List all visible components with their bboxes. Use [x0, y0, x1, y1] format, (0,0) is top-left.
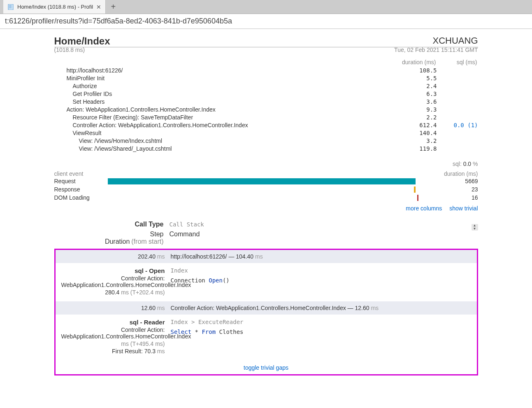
toggle-trivial-gaps-link[interactable]: toggle trivial gaps [244, 364, 288, 371]
row-duration: 108.5 [396, 67, 437, 74]
query-command: Connection Open() [171, 277, 471, 284]
row-label: View: /Views/Shared/_Layout.cshtml [54, 145, 396, 152]
query-stack: Index > ExecuteReader [171, 319, 471, 325]
row-label: Get Profiler IDs [54, 91, 396, 97]
timing-header: client event duration (ms) [54, 170, 478, 177]
query-time: ms (T+495.4 ms) [61, 340, 165, 347]
sql-summary: sql: 0.0 % [54, 161, 478, 167]
gap-row: 12.60 ms Controller Action: WebApplicati… [56, 301, 477, 315]
total-duration: (1018.8 ms) [54, 47, 85, 53]
step-label: Step [150, 231, 164, 238]
more-columns-link[interactable]: more columns [406, 205, 442, 212]
row-duration: 3.6 [396, 98, 437, 105]
timing-label: Request [54, 178, 108, 184]
row-label: Set Headers [54, 98, 396, 105]
query-type: sql - Reader [61, 319, 165, 326]
timing-rows: Request5669Response23DOM Loading16 [54, 177, 478, 202]
column-sql: sql (ms) [436, 59, 477, 65]
timing-row: DOM Loading16 [54, 194, 478, 202]
toggle-trivial-gaps: toggle trivial gaps [56, 364, 477, 371]
row-duration: 140.4 [396, 130, 437, 136]
duration-label: Duration [105, 238, 130, 245]
columns-header: duration (ms) sql (ms) [54, 59, 478, 65]
row-label: View: /Views/Home/Index.cshtml [54, 138, 396, 144]
row-sql[interactable]: 0.0 (1) [437, 122, 478, 128]
timestamp: Tue, 02 Feb 2021 15:11:41 GMT [394, 47, 478, 53]
from-start-label: (from start) [131, 238, 163, 245]
query-list-highlight: 202.40 ms http://localhost:61226/ — 104.… [54, 249, 478, 375]
profiler-row[interactable]: Resource Filter (Execing): SaveTempDataF… [54, 114, 478, 122]
show-trivial-link[interactable]: show trivial [449, 205, 478, 212]
browser-tab[interactable]: Home/Index (1018.8 ms) - Profil ✕ [3, 0, 106, 14]
command-label: Command [170, 231, 466, 238]
close-icon[interactable]: ✕ [96, 4, 101, 10]
timing-row: Response23 [54, 185, 478, 194]
profiler-row[interactable]: Set Headers3.6 [54, 98, 478, 106]
sort-stepper[interactable]: ▲▼ [472, 224, 478, 231]
row-label: http://localhost:61226/ [54, 67, 396, 74]
row-duration: 119.8 [396, 145, 437, 152]
timing-bar [108, 178, 416, 184]
page-title: Home/Index [54, 35, 110, 47]
gap-row: 202.40 ms http://localhost:61226/ — 104.… [56, 250, 477, 263]
row-label: Resource Filter (Execing): SaveTempDataF… [54, 114, 396, 121]
query-type: sql - Open [61, 267, 165, 274]
timing-label: DOM Loading [54, 194, 108, 201]
call-headers: Call Type Call Stack ▲▼ Step Command Dur… [54, 221, 478, 245]
client-event-header: client event [54, 170, 108, 177]
row-duration: 2.4 [396, 83, 437, 89]
call-type-label: Call Type [135, 221, 164, 228]
profiler-rows: http://localhost:61226/108.5MiniProfiler… [54, 67, 478, 153]
row-duration: 9.3 [396, 106, 437, 113]
timing-label: Response [54, 186, 108, 193]
profiler-row[interactable]: Controller Action: WebApplication1.Contr… [54, 122, 478, 130]
page-icon [7, 4, 14, 10]
query-stack: Index [171, 267, 471, 274]
query-first-result: First Result: 70.3 ms [61, 348, 165, 354]
profiler-row[interactable]: Get Profiler IDs6.3 [54, 91, 478, 98]
row-label: Action: WebApplication1.Controllers.Home… [54, 106, 396, 113]
toggle-links: more columns show trivial [54, 205, 478, 212]
svg-rect-0 [8, 4, 13, 10]
profiler-row[interactable]: View: /Views/Shared/_Layout.cshtml119.8 [54, 145, 478, 153]
tab-title: Home/Index (1018.8 ms) - Profil [17, 4, 93, 10]
timing-bar [417, 195, 418, 201]
query-block: sql - Open Controller Action: WebApplica… [56, 263, 477, 301]
profiler-row[interactable]: Authorize2.4 [54, 83, 478, 91]
row-duration: 2.2 [396, 114, 437, 121]
profiler-row[interactable]: MiniProfiler Init5.5 [54, 75, 478, 83]
column-duration: duration (ms) [395, 59, 436, 65]
call-stack-label: Call Stack [170, 221, 466, 228]
query-command: Select * From Clothes [171, 329, 471, 335]
row-duration: 6.3 [396, 91, 437, 97]
browser-tab-bar: Home/Index (1018.8 ms) - Profil ✕ + [0, 0, 532, 14]
row-duration: 612.4 [396, 122, 437, 128]
timing-value: 5669 [429, 178, 478, 184]
profiler-row[interactable]: http://localhost:61226/108.5 [54, 67, 478, 75]
timing-row: Request5669 [54, 177, 478, 185]
row-label: ViewResult [54, 130, 396, 136]
query-step: Controller Action: WebApplication1.Contr… [61, 326, 165, 340]
url-bar[interactable]: t:61226/profiler/results?id=75df6a5a-8ed… [0, 14, 532, 29]
profiler-row[interactable]: View: /Views/Home/Index.cshtml3.2 [54, 138, 478, 145]
profiler-row[interactable]: ViewResult140.4 [54, 130, 478, 138]
profiler-row[interactable]: Action: WebApplication1.Controllers.Home… [54, 106, 478, 114]
url-text: t:61226/profiler/results?id=75df6a5a-8ed… [5, 17, 232, 26]
row-label: MiniProfiler Init [54, 75, 396, 82]
row-duration: 5.5 [396, 75, 437, 82]
query-step: Controller Action: WebApplication1.Contr… [61, 275, 165, 288]
row-label: Authorize [54, 83, 396, 89]
timing-bar [414, 187, 416, 193]
timing-value: 23 [429, 186, 478, 193]
query-time: 280.4 ms (T+202.4 ms) [61, 289, 165, 296]
timing-value: 16 [429, 194, 478, 201]
query-block: sql - Reader Controller Action: WebAppli… [56, 315, 477, 360]
client-duration-header: duration (ms) [429, 170, 478, 177]
new-tab-button[interactable]: + [106, 0, 121, 14]
user-label: XCHUANG [432, 35, 478, 46]
header-row: Home/Index XCHUANG [54, 35, 478, 47]
row-label: Controller Action: WebApplication1.Contr… [54, 122, 396, 128]
row-duration: 3.2 [396, 138, 437, 144]
